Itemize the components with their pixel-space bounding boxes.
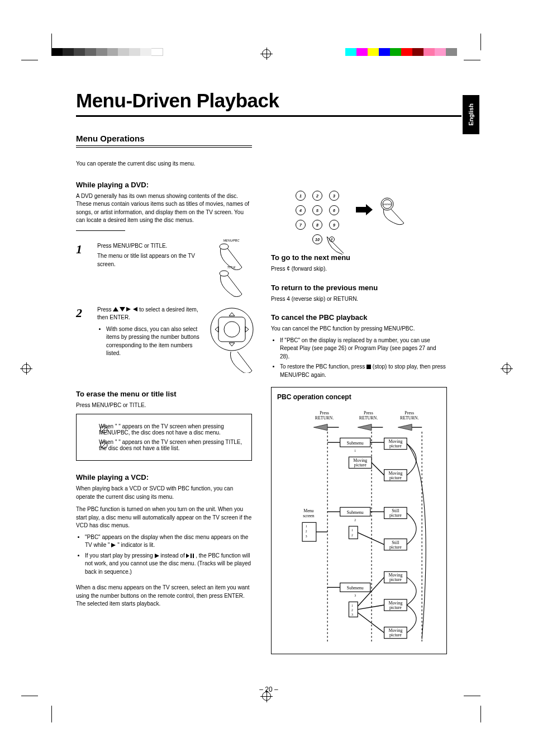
left-arrow-icon: [133, 307, 137, 311]
number-pad-illustration: 1 2 3 4 5 6 7 8 9: [271, 141, 447, 248]
svg-marker-26: [313, 424, 327, 431]
svg-rect-34: [302, 522, 316, 541]
remote-button-icon: [217, 270, 245, 297]
svg-text:Submenu: Submenu: [347, 441, 364, 446]
crop-mark: [464, 60, 480, 60]
prev-heading: To return to the previous menu: [271, 284, 447, 292]
vcd-heading: While playing a VCD:: [76, 473, 252, 481]
prohibit-icon: [100, 441, 108, 449]
step-1: 1 Press MENU/PBC or TITLE. The menu or t…: [76, 242, 252, 289]
svg-marker-30: [398, 424, 412, 431]
svg-rect-19: [367, 365, 371, 369]
page-number: – 20 –: [76, 686, 461, 693]
dpad-icon: [207, 306, 258, 373]
text: Press: [97, 306, 113, 313]
section-title: Menu Operations: [76, 134, 252, 146]
crop-mark: [21, 60, 38, 60]
svg-marker-16: [356, 204, 373, 215]
intro-text: You can operate the current disc using i…: [76, 160, 252, 168]
svg-text:3: 3: [306, 535, 307, 538]
svg-text:picture: picture: [354, 462, 367, 467]
svg-text:RETURN.: RETURN.: [359, 415, 378, 420]
content: Menu-Driven Playback Menu Operations You…: [76, 89, 461, 654]
svg-line-10: [102, 443, 106, 447]
numpad-4: 4: [296, 205, 306, 215]
svg-text:picture: picture: [389, 605, 402, 610]
bullet: If "PBC" on the display is replaced by a…: [280, 337, 447, 361]
numpad-7: 7: [296, 220, 306, 230]
svg-line-91: [358, 612, 384, 632]
stop-icon: [367, 365, 371, 369]
svg-text:2: 2: [306, 530, 307, 533]
right-arrow-icon: [126, 307, 131, 311]
text: If you start play by pressing: [85, 552, 155, 559]
step-text: Press MENU/PBC or TITLE.: [97, 242, 203, 251]
svg-rect-15: [193, 554, 194, 558]
crop-mark: [464, 696, 480, 696]
note-box: When " " appears on the TV screen when p…: [76, 414, 252, 461]
page: English Menu-Driven Playback Menu Operat…: [0, 0, 533, 756]
color-strip: [345, 48, 457, 56]
svg-text:Submenu: Submenu: [347, 510, 364, 515]
vcd-p3: When a disc menu appears on the TV scree…: [76, 584, 252, 608]
play-icon: [111, 543, 116, 547]
dvd-intro: A DVD generally has its own menus showin…: [76, 192, 252, 225]
cancel-text: You can cancel the PBC function by press…: [271, 325, 447, 333]
numpad-9: 9: [329, 220, 339, 230]
arrow-right-icon: [356, 204, 373, 218]
vcd-p2: The PBC function is turned on when you t…: [76, 505, 252, 530]
registration-mark: [501, 362, 513, 375]
prohibit-icon: [100, 426, 108, 433]
numpad-6: 6: [329, 205, 339, 215]
remote-tail-icon: [327, 237, 355, 256]
language-tab: English: [463, 95, 479, 134]
text: instead of: [160, 552, 186, 559]
svg-text:1: 1: [306, 525, 307, 528]
svg-text:2: 2: [354, 518, 356, 522]
pbc-diagram: Press RETURN. Press RETURN. Press RETURN…: [277, 407, 441, 646]
rule: [76, 147, 252, 148]
page-title: Menu-Driven Playback: [76, 89, 461, 117]
step-number: 2: [76, 306, 93, 320]
step-2: 2 Press to select a desired item, then E…: [76, 306, 252, 373]
svg-text:picture: picture: [389, 475, 402, 480]
play-icon: [155, 554, 159, 558]
svg-text:Menu: Menu: [303, 508, 313, 513]
right-column: 1 2 3 4 5 6 7 8 9: [271, 134, 447, 654]
svg-text:3: 3: [354, 594, 356, 597]
play-pause-icon: [186, 554, 194, 558]
svg-rect-14: [191, 554, 192, 558]
svg-marker-5: [215, 327, 218, 332]
svg-marker-12: [155, 554, 159, 558]
numpad-2: 2: [312, 191, 322, 201]
registration-mark: [20, 362, 32, 375]
title-label: TITLE: [217, 266, 245, 269]
prev-line: Press 4 (reverse skip) or RETURN.: [271, 295, 447, 304]
pbc-heading: PBC operation concept: [277, 393, 441, 401]
numpad-10: 10: [312, 234, 322, 244]
svg-text:picture: picture: [389, 443, 402, 448]
menu-pbc-label: MENU/PBC: [217, 239, 245, 242]
svg-text:picture: picture: [389, 545, 402, 550]
svg-text:Press: Press: [320, 410, 329, 415]
text: If "PBC" on the display is replaced by a…: [280, 337, 436, 360]
step-subtext: The menu or title list appears on the TV…: [97, 252, 203, 268]
grayscale-strip: [51, 48, 163, 56]
svg-text:screen: screen: [303, 513, 314, 518]
svg-point-2: [224, 322, 240, 337]
svg-text:picture: picture: [389, 513, 402, 518]
text: To restore the PBC function, press: [280, 363, 367, 370]
svg-text:RETURN.: RETURN.: [400, 415, 419, 420]
note-text: When " " appears on the TV screen when p…: [99, 423, 244, 436]
numpad-1: 1: [296, 191, 306, 201]
pbc-panel: PBC operation concept Press RETURN. Pres…: [271, 387, 447, 654]
svg-marker-13: [186, 554, 189, 558]
text: " indicator is lit.: [117, 542, 155, 548]
bullet: "PBC" appears on the display when the di…: [85, 533, 252, 550]
svg-text:1: 1: [351, 604, 353, 607]
erase-line: Press MENU/PBC or TITLE.: [76, 401, 252, 410]
svg-text:Press: Press: [404, 410, 414, 415]
svg-marker-6: [245, 327, 249, 332]
svg-text:3: 3: [351, 613, 353, 616]
down-arrow-icon: [120, 307, 125, 311]
